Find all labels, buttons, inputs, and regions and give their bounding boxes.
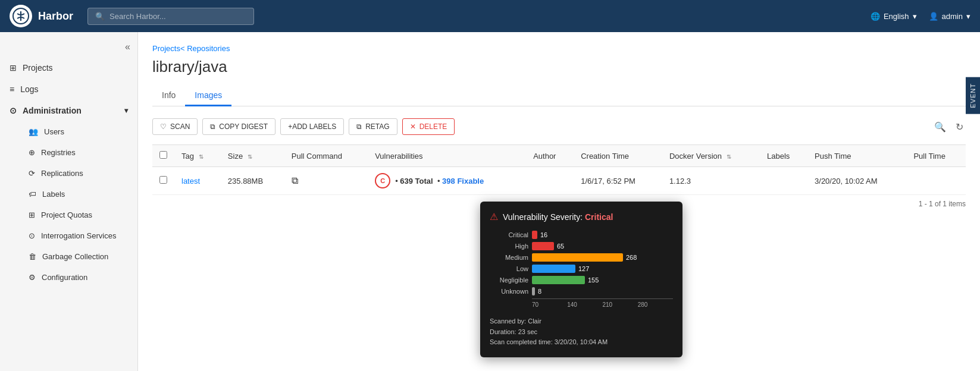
bar-label: High bbox=[490, 243, 528, 250]
bar-chart: Critical16High65Medium268Low127Negligibl… bbox=[490, 231, 673, 308]
sidebar-item-label: Labels bbox=[42, 190, 65, 199]
copy-icon: ⧉ bbox=[210, 122, 215, 131]
header-labels: Labels bbox=[760, 145, 807, 167]
axis-label: 280 bbox=[638, 301, 673, 308]
copy-digest-label: COPY DIGEST bbox=[219, 122, 268, 131]
scanned-by: Scanned by: Clair bbox=[490, 316, 673, 327]
sidebar-item-labels[interactable]: 🏷 Labels bbox=[19, 184, 137, 205]
axis-label: 140 bbox=[567, 301, 602, 308]
tab-info[interactable]: Info bbox=[152, 86, 185, 106]
administration-label: Administration bbox=[23, 106, 82, 115]
sidebar-item-label: Configuration bbox=[42, 273, 87, 282]
cell-labels bbox=[760, 167, 807, 195]
header-creation-time: Creation Time bbox=[574, 145, 662, 167]
user-menu[interactable]: 👤 admin ▾ bbox=[929, 12, 970, 21]
select-all-checkbox[interactable] bbox=[159, 151, 167, 159]
sidebar-item-garbage-collection[interactable]: 🗑 Garbage Collection bbox=[19, 246, 137, 267]
vuln-fixable: 398 Fixable bbox=[442, 177, 484, 186]
add-labels-button[interactable]: +ADD LABELS bbox=[280, 118, 344, 135]
breadcrumb-projects[interactable]: Projects bbox=[152, 44, 180, 53]
sidebar-item-label: Replications bbox=[41, 169, 83, 178]
main-content: Projects< Repositories library/java Info… bbox=[138, 32, 980, 371]
bar-axis: 70140210280 bbox=[532, 298, 673, 308]
bar-row: Low127 bbox=[490, 265, 673, 273]
tag-link[interactable]: latest bbox=[181, 177, 200, 186]
vuln-total: 639 Total bbox=[400, 177, 433, 186]
scan-button[interactable]: ♡ SCAN bbox=[152, 118, 198, 135]
search-icon-button[interactable]: 🔍 bbox=[932, 119, 948, 135]
header-author: Author bbox=[526, 145, 574, 167]
cell-size: 235.88MB bbox=[221, 167, 284, 195]
bar-label: Medium bbox=[490, 254, 528, 261]
header-pull-command: Pull Command bbox=[284, 145, 368, 167]
retag-label: RETAG bbox=[365, 122, 389, 131]
toolbar: ♡ SCAN ⧉ COPY DIGEST +ADD LABELS ⧉ RETAG… bbox=[152, 118, 966, 135]
bar-value: 268 bbox=[626, 254, 637, 261]
critical-label: Critical bbox=[585, 212, 613, 222]
search-input[interactable] bbox=[109, 12, 246, 21]
bar-label: Critical bbox=[490, 231, 528, 238]
bar-label: Low bbox=[490, 265, 528, 272]
users-icon: 👥 bbox=[29, 127, 38, 136]
sidebar-item-logs[interactable]: ≡ Logs bbox=[0, 78, 137, 100]
administration-icon: ⊙ bbox=[10, 106, 17, 115]
cell-tag: latest bbox=[174, 167, 221, 195]
copy-command-icon[interactable]: ⧉ bbox=[292, 175, 298, 186]
bar-fill bbox=[532, 276, 585, 284]
sort-icon[interactable]: ⇅ bbox=[727, 153, 731, 160]
tooltip-header: ⚠ Vulnerability Severity: Critical bbox=[490, 211, 673, 222]
copy-digest-button[interactable]: ⧉ COPY DIGEST bbox=[202, 118, 275, 135]
interrogation-icon: ⊙ bbox=[29, 231, 35, 240]
brand: Harbor bbox=[10, 5, 73, 27]
sort-icon[interactable]: ⇅ bbox=[248, 153, 252, 160]
bar-value: 127 bbox=[578, 265, 589, 272]
header-checkbox-cell bbox=[152, 145, 174, 167]
harbor-logo bbox=[10, 5, 32, 27]
page-title: library/java bbox=[152, 58, 966, 76]
delete-label: DELETE bbox=[419, 122, 447, 131]
refresh-icon-button[interactable]: ↻ bbox=[953, 119, 966, 135]
sidebar-item-interrogation-services[interactable]: ⊙ Interrogation Services bbox=[19, 225, 137, 246]
event-tab[interactable]: EVENT bbox=[966, 77, 980, 114]
table-header-row: Tag ⇅ Size ⇅ Pull Command Vulnerabilitie… bbox=[152, 145, 966, 167]
duration: Duration: 23 sec bbox=[490, 327, 673, 338]
sidebar-item-project-quotas[interactable]: ⊞ Project Quotas bbox=[19, 205, 137, 225]
collapse-icon: « bbox=[125, 42, 130, 52]
sidebar-section-administration[interactable]: ⊙ Administration ▾ bbox=[0, 100, 137, 121]
table-row: latest 235.88MB ⧉ C • 639 Total • 398 Fi… bbox=[152, 167, 966, 195]
sidebar-collapse-button[interactable]: « bbox=[0, 37, 137, 57]
cell-vulnerabilities: C • 639 Total • 398 Fixable bbox=[368, 167, 526, 195]
config-icon: ⚙ bbox=[29, 273, 36, 282]
vuln-cell: C • 639 Total • 398 Fixable bbox=[375, 173, 519, 188]
delete-icon: ✕ bbox=[410, 122, 416, 131]
navbar: Harbor 🔍 🌐 English ▾ 👤 admin ▾ bbox=[0, 0, 980, 32]
bar-label: Unknown bbox=[490, 288, 528, 295]
retag-button[interactable]: ⧉ RETAG bbox=[349, 118, 397, 135]
row-checkbox[interactable] bbox=[159, 176, 167, 184]
sidebar-item-users[interactable]: 👥 Users bbox=[19, 121, 137, 142]
cell-creation-time: 1/6/17, 6:52 PM bbox=[574, 167, 662, 195]
sidebar-item-configuration[interactable]: ⚙ Configuration bbox=[19, 267, 137, 288]
tab-images[interactable]: Images bbox=[185, 86, 231, 106]
bar-row: Medium268 bbox=[490, 253, 673, 262]
tooltip-title: Vulnerability Severity: Critical bbox=[503, 212, 613, 222]
tabs: Info Images bbox=[152, 86, 966, 106]
sidebar-item-replications[interactable]: ⟳ Replications bbox=[19, 163, 137, 184]
sort-icon[interactable]: ⇅ bbox=[199, 153, 203, 160]
bar-row: Negligible155 bbox=[490, 276, 673, 284]
bar-fill bbox=[532, 231, 537, 239]
navbar-right: 🌐 English ▾ 👤 admin ▾ bbox=[871, 12, 970, 21]
breadcrumb-repositories[interactable]: Repositories bbox=[187, 44, 230, 53]
sidebar: « ⊞ Projects ≡ Logs ⊙ Administration ▾ 👥… bbox=[0, 32, 138, 371]
search-icon: 🔍 bbox=[95, 12, 105, 21]
sidebar-item-projects[interactable]: ⊞ Projects bbox=[0, 57, 137, 78]
delete-button[interactable]: ✕ DELETE bbox=[402, 118, 455, 135]
garbage-icon: 🗑 bbox=[29, 252, 36, 261]
header-docker-version: Docker Version ⇅ bbox=[662, 145, 760, 167]
quotas-icon: ⊞ bbox=[29, 210, 35, 219]
sidebar-item-registries[interactable]: ⊕ Registries bbox=[19, 142, 137, 163]
chevron-down-icon: ▾ bbox=[913, 12, 917, 21]
language-selector[interactable]: 🌐 English ▾ bbox=[871, 12, 917, 21]
tooltip-footer: Scanned by: Clair Duration: 23 sec Scan … bbox=[490, 316, 673, 348]
header-vulnerabilities: Vulnerabilities bbox=[368, 145, 526, 167]
